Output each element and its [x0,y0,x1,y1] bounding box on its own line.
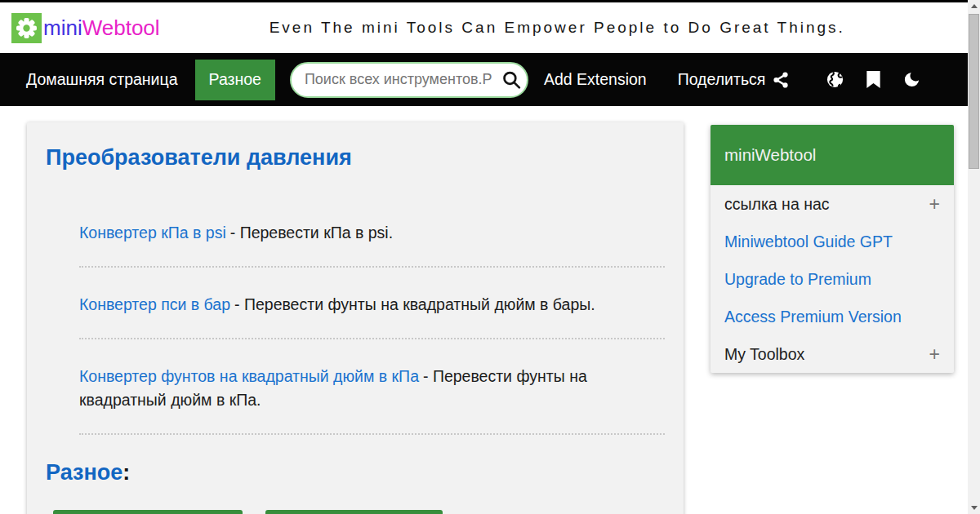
dotted-divider [79,266,665,268]
scrollbar-down-arrow[interactable] [968,502,980,514]
search-icon[interactable] [501,69,522,90]
nav-misc-button[interactable]: Разное [195,60,275,100]
brand-webtool: Webtool [82,16,160,40]
sidebar-item-label[interactable]: Upgrade to Premium [724,270,871,289]
nav-share-label: Поделиться [678,70,766,89]
tool-list-item: Конвертер кПа в psi- Перевести кПа в psi… [79,221,665,245]
brand-mini: mini [43,16,82,40]
site-logo[interactable]: miniWebtool [11,13,160,43]
tool-list-item: Конвертер фунтов на квадратный дюйм в кП… [79,365,665,412]
tool-link-psi-kpa[interactable]: Конвертер фунтов на квадратный дюйм в кП… [79,367,419,385]
sidebar-item-my-toolbox[interactable]: My Toolbox + [710,335,954,373]
plus-icon[interactable]: + [929,343,940,366]
dotted-divider [79,433,665,435]
plus-icon[interactable]: + [929,193,940,215]
sidebar-item-label: My Toolbox [724,345,804,364]
share-icon [772,71,790,89]
nav-share-button[interactable]: Поделиться [678,70,791,89]
sidebar-item-label[interactable]: Access Premium Version [724,308,902,326]
sidebar-item-link-to-us[interactable]: ссылка на нас + [710,185,954,223]
sidebar-item-upgrade-premium[interactable]: Upgrade to Premium [710,260,954,298]
nav-home-link[interactable]: Домашняя страница [26,70,178,89]
tool-description: - Перевести фунты на квадратный дюйм в б… [234,295,595,313]
scrollbar-up-arrow[interactable] [968,0,980,12]
misc-tool-button-1[interactable] [53,510,243,514]
page: miniWebtool Even The mini Tools Can Empo… [0,0,980,514]
main-nav: Домашняя страница Разное Add Extension П… [0,53,968,106]
sidebar-item-label[interactable]: Miniwebtool Guide GPT [724,233,893,251]
sidebar-title: miniWebtool [724,145,816,165]
brand-text: miniWebtool [43,16,160,41]
scrollbar-thumb[interactable] [969,14,979,169]
sidebar-header: miniWebtool [710,125,954,185]
sidebar-item-access-premium[interactable]: Access Premium Version [710,298,954,335]
dotted-divider [79,338,665,339]
nav-add-extension-link[interactable]: Add Extension [544,70,647,89]
sidebar-item-label: ссылка на нас [724,195,830,214]
page-title: Преобразователи давления [46,145,665,171]
section-title: Разное: [46,460,665,485]
tool-description: - Перевести кПа в psi. [230,224,393,241]
gear-icon [11,13,42,43]
misc-tool-button-2[interactable] [265,510,443,514]
sidebar: miniWebtool ссылка на нас + Miniwebtool … [710,125,954,373]
tool-link-kpa-psi[interactable]: Конвертер кПа в psi [79,224,226,241]
bookmark-icon[interactable] [866,71,880,88]
moon-icon[interactable] [902,70,921,89]
main-card: Преобразователи давления Конвертер кПа в… [27,122,684,514]
search-box [290,62,528,98]
globe-icon[interactable] [826,70,844,89]
section-title-colon: : [122,460,130,485]
site-header: miniWebtool Even The mini Tools Can Empo… [0,2,968,53]
nav-icon-group [826,70,921,89]
content-column: miniWebtool Even The mini Tools Can Empo… [0,0,968,514]
site-tagline: Even The mini Tools Can Empower People t… [160,19,968,37]
search-input[interactable] [290,62,528,98]
sidebar-item-guide-gpt[interactable]: Miniwebtool Guide GPT [710,223,954,260]
section-title-text: Разное [46,460,122,485]
tool-list-item: Конвертер пси в бар- Перевести фунты на … [79,293,665,317]
browser-scrollbar[interactable] [968,0,980,514]
misc-buttons-row [53,510,665,514]
tool-link-psi-bar[interactable]: Конвертер пси в бар [79,295,230,313]
